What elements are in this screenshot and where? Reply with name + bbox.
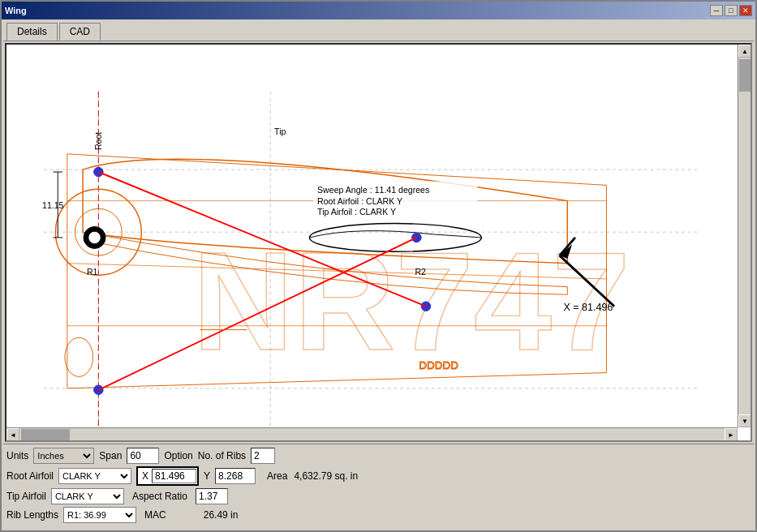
svg-text:Tip Airfoil   : CLARK Y: Tip Airfoil : CLARK Y [317, 207, 396, 217]
root-airfoil-label: Root Airfoil [6, 470, 54, 482]
scroll-thumb-h[interactable] [21, 429, 70, 440]
svg-text:R1: R1 [87, 267, 98, 277]
bottom-row-1: Units Inches Millimeters Span 60 Option … [6, 448, 751, 464]
rib-lengths-label: Rib Lengths [6, 509, 58, 521]
horizontal-scrollbar[interactable]: ◄ ► [6, 427, 738, 440]
no-of-ribs-label: No. of Ribs [198, 450, 246, 461]
close-button[interactable]: ✕ [739, 5, 752, 16]
x-label: X [139, 470, 152, 482]
bottom-row-2: Root Airfoil CLARK Y X 81.496 Y 8.268 Ar… [6, 466, 751, 486]
aspect-ratio-label: Aspect Ratio [132, 491, 187, 502]
rib-lengths-dropdown[interactable]: R1: 36.99 [63, 507, 136, 523]
aspect-ratio-input[interactable]: 1.37 [196, 488, 228, 504]
y-label: Y [204, 470, 210, 482]
root-airfoil-dropdown[interactable]: CLARK Y [58, 468, 131, 484]
scroll-thumb-v[interactable] [739, 59, 751, 92]
svg-text:11.15: 11.15 [42, 200, 64, 210]
title-bar: Wing ─ □ ✕ [2, 2, 755, 19]
svg-text:DDDDD: DDDDD [419, 359, 458, 371]
svg-text:Root Airfoil : CLARK Y: Root Airfoil : CLARK Y [317, 196, 402, 206]
scroll-up-button[interactable]: ▲ [738, 45, 751, 58]
tip-airfoil-dropdown[interactable]: CLARK Y [51, 488, 124, 504]
tab-cad[interactable]: CAD [59, 23, 101, 41]
main-window: Wing ─ □ ✕ Details CAD [0, 0, 757, 532]
scroll-down-button[interactable]: ▼ [738, 414, 751, 427]
cad-drawing-canvas: NR747 [6, 45, 738, 427]
bottom-panel: Units Inches Millimeters Span 60 Option … [3, 444, 754, 529]
svg-text:Root: Root [93, 132, 103, 150]
scroll-track-h[interactable] [19, 428, 725, 440]
area-block: Area4,632.79 sq. in [267, 470, 358, 482]
xy-container: X 81.496 [136, 466, 199, 486]
y-input[interactable]: 8.268 [215, 468, 256, 484]
svg-point-12 [412, 233, 422, 242]
maximize-button[interactable]: □ [725, 5, 738, 16]
vertical-scrollbar[interactable]: ▲ ▼ [738, 45, 751, 427]
tab-bar: Details CAD [3, 21, 754, 41]
area-label: Area [267, 470, 287, 482]
scroll-track-v[interactable] [738, 58, 751, 414]
svg-text:X = 81.496: X = 81.496 [564, 302, 613, 313]
window-title: Wing [5, 6, 27, 15]
content-area: Details CAD [2, 19, 755, 530]
units-dropdown[interactable]: Inches Millimeters [33, 448, 94, 464]
svg-point-18 [88, 231, 101, 243]
x-input[interactable]: 81.496 [152, 469, 196, 483]
units-label: Units [6, 450, 28, 461]
scroll-left-button[interactable]: ◄ [6, 428, 19, 441]
span-label: Span [99, 450, 122, 461]
tab-details[interactable]: Details [6, 23, 58, 41]
svg-text:Tip: Tip [274, 127, 286, 136]
cad-viewport: NR747 [5, 43, 752, 442]
no-of-ribs-input[interactable]: 2 [251, 448, 275, 464]
window-controls: ─ □ ✕ [710, 5, 752, 16]
span-input[interactable]: 60 [127, 448, 159, 464]
mac-label: MAC [144, 509, 166, 521]
tip-airfoil-label: Tip Airfoil [6, 491, 46, 502]
area-value: 4,632.79 sq. in [294, 470, 358, 482]
mac-value: 26.49 in [204, 509, 239, 521]
svg-text:Sweep Angle : 11.41 degrees: Sweep Angle : 11.41 degrees [317, 185, 429, 195]
svg-text:R2: R2 [415, 267, 426, 277]
bottom-row-4: Rib Lengths R1: 36.99 MAC 26.49 in [6, 507, 751, 523]
scroll-right-button[interactable]: ► [725, 428, 738, 441]
bottom-row-3: Tip Airfoil CLARK Y Aspect Ratio 1.37 [6, 488, 751, 504]
minimize-button[interactable]: ─ [710, 5, 723, 16]
option-label: Option [164, 450, 192, 461]
